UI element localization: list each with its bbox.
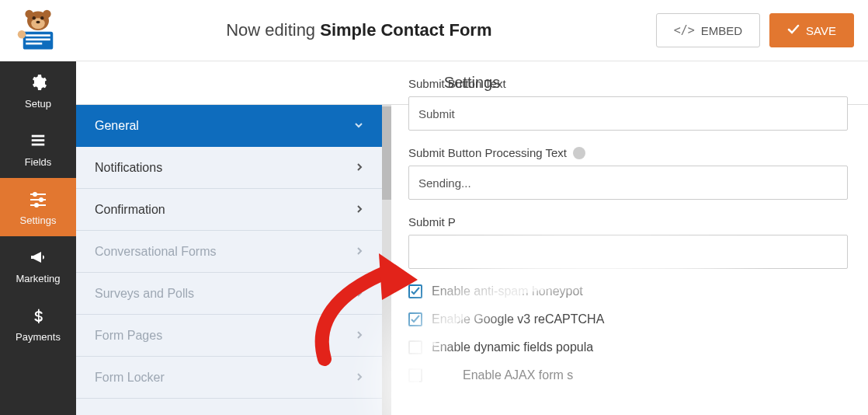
sub-nav-label: Conversational Forms	[95, 245, 217, 259]
svg-point-9	[40, 16, 43, 19]
sidebar-item-payments[interactable]: Payments	[0, 295, 76, 353]
code-icon: </>	[674, 23, 695, 37]
sidebar-item-fields[interactable]: Fields	[0, 120, 76, 178]
top-actions: </> EMBED SAVE	[656, 13, 854, 47]
checkbox-row-0: Enable anti-spam honeypot	[408, 284, 848, 298]
sidebar-label: Settings	[20, 214, 57, 226]
svg-rect-1	[26, 34, 50, 37]
sub-nav-notifications[interactable]: Notifications	[76, 147, 382, 189]
sub-nav-label: General	[95, 119, 139, 133]
submit-partial-input[interactable]	[408, 235, 848, 269]
checkbox-label: Enable anti-spam honeypot	[432, 284, 583, 298]
processing-text-input[interactable]	[408, 166, 848, 200]
sidebar-label: Payments	[16, 331, 61, 343]
chevron-right-icon	[356, 246, 363, 258]
svg-rect-13	[32, 139, 45, 141]
svg-point-16	[33, 192, 37, 197]
processing-label-text: Submit Button Processing Text	[408, 146, 567, 159]
sub-nav-general[interactable]: General	[76, 105, 382, 147]
sub-nav-label: Form Pages	[95, 329, 162, 343]
checkbox-row-3: Enable AJAX form s	[408, 368, 848, 382]
list-icon	[27, 130, 49, 152]
svg-point-10	[36, 21, 40, 24]
checkbox-row-1: Enable Google v3 reCAPTCHA	[408, 312, 848, 326]
checkbox[interactable]	[408, 368, 422, 382]
sidebar-item-marketing[interactable]: Marketing	[0, 236, 76, 295]
sub-nav-label: Surveys and Polls	[95, 287, 194, 301]
chevron-right-icon	[356, 371, 363, 384]
checkbox-label: Enable Google v3 reCAPTCHA	[432, 312, 604, 326]
sidebar-label: Marketing	[16, 273, 60, 284]
processing-text-label: Submit Button Processing Text	[408, 146, 848, 159]
embed-button[interactable]: </> EMBED	[656, 13, 760, 47]
settings-sub-nav: Settings GeneralNotificationsConfirmatio…	[76, 61, 382, 415]
sub-nav-label: Confirmation	[95, 203, 165, 217]
scrollbar[interactable]	[382, 105, 391, 415]
chevron-right-icon	[356, 204, 363, 216]
checkbox-label: Enable dynamic fields popula	[432, 340, 593, 354]
checkbox-label: Enable AJAX form s	[463, 368, 573, 382]
check-icon	[787, 23, 800, 38]
svg-rect-14	[32, 144, 45, 146]
bullhorn-icon	[27, 246, 49, 268]
settings-form-area: Submit Button Text Submit Button Process…	[391, 61, 868, 415]
dollar-icon	[27, 305, 49, 326]
chevron-down-icon	[354, 120, 363, 132]
save-label: SAVE	[806, 24, 836, 37]
chevron-right-icon	[356, 330, 363, 342]
sub-nav-form-locker[interactable]: Form Locker	[76, 357, 382, 399]
checkbox-row-2: Enable dynamic fields popula	[408, 340, 848, 354]
svg-point-20	[34, 203, 39, 208]
sub-nav-form-pages[interactable]: Form Pages	[76, 315, 382, 357]
sidebar-item-settings[interactable]: Settings	[0, 178, 76, 236]
sidebar-item-setup[interactable]: Setup	[0, 61, 76, 120]
sub-nav-confirmation[interactable]: Confirmation	[76, 189, 382, 231]
submit-partial-label: Submit P	[408, 215, 848, 228]
gear-icon	[27, 71, 49, 93]
svg-rect-12	[32, 135, 45, 138]
sidebar-label: Setup	[25, 98, 51, 110]
logo-icon	[14, 6, 62, 54]
page-title-bar: Now editing Simple Contact Form	[62, 20, 656, 40]
scrollbar-thumb[interactable]	[382, 106, 391, 200]
checkbox[interactable]	[408, 284, 422, 298]
sliders-icon	[27, 188, 49, 210]
submit-text-input[interactable]	[408, 96, 848, 131]
top-bar: Now editing Simple Contact Form </> EMBE…	[0, 0, 868, 61]
form-name: Simple Contact Form	[320, 20, 491, 40]
checkbox[interactable]	[408, 312, 422, 326]
save-button[interactable]: SAVE	[769, 13, 854, 47]
svg-rect-2	[26, 39, 50, 41]
help-icon[interactable]	[573, 147, 585, 159]
title-prefix: Now editing	[226, 20, 315, 40]
chevron-right-icon	[356, 288, 363, 300]
sub-nav-label: Form Locker	[95, 371, 165, 385]
svg-point-11	[18, 30, 26, 39]
checkbox[interactable]	[408, 340, 422, 354]
svg-rect-3	[26, 43, 42, 45]
sub-nav-label: Notifications	[95, 161, 162, 175]
svg-point-8	[33, 16, 36, 19]
embed-label: EMBED	[701, 24, 742, 37]
sidebar-label: Fields	[25, 156, 52, 168]
svg-point-6	[43, 10, 51, 19]
sub-nav-conversational-forms[interactable]: Conversational Forms	[76, 231, 382, 273]
svg-point-18	[39, 197, 43, 202]
chevron-right-icon	[356, 162, 363, 174]
submit-text-label: Submit Button Text	[408, 77, 848, 90]
svg-point-5	[25, 10, 33, 19]
sub-nav-surveys-and-polls[interactable]: Surveys and Polls	[76, 273, 382, 315]
side-nav: Setup Fields Settings Marketing Payments	[0, 61, 76, 415]
